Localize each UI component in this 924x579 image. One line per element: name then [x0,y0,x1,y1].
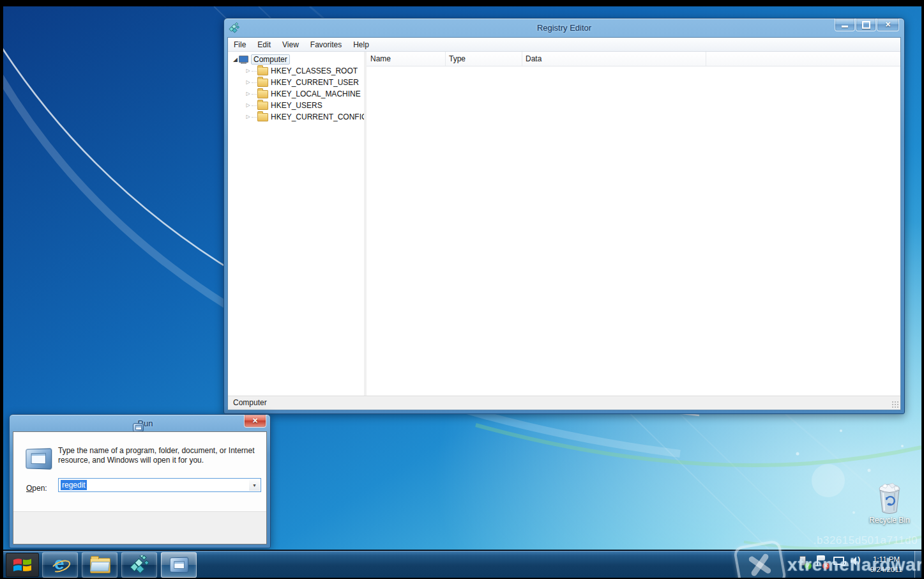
close-icon: ✕ [885,20,891,29]
folder-icon [257,113,268,121]
folder-icon [257,67,268,75]
tree-connector [252,116,257,118]
error-icon: ✕ [822,562,829,569]
folder-icon [257,102,268,110]
registry-values-pane[interactable]: Name Type Data [367,52,900,396]
resize-grip[interactable] [891,401,899,408]
folder-icon [257,79,268,87]
run-close-button[interactable]: ✕ [244,415,266,428]
tree-node-label: HKEY_CURRENT_CONFIG [271,112,365,121]
tree-node-computer[interactable]: ◢ Computer [232,54,290,65]
registry-editor-titlebar[interactable]: Registry Editor ✕ [224,19,904,37]
tree-node-hku[interactable]: ▷ HKEY_USERS [245,100,322,111]
tree-node-hkcc[interactable]: ▷ HKEY_CURRENT_CONFIG [245,111,365,123]
tree-node-label: HKEY_CURRENT_USER [271,78,359,87]
start-button[interactable] [6,553,39,577]
taskbar-clock[interactable]: 1:11 PM 9/24/2011 [865,554,907,575]
tree-connector [252,105,257,106]
menu-bar: File Edit View Favorites Help [228,38,900,52]
list-header: Name Type Data [367,52,900,66]
tree-node-label: HKEY_USERS [271,101,322,110]
system-tray: ✓ ✕ ) [796,555,863,567]
tree-expander-icon[interactable]: ▷ [245,111,252,123]
file-explorer-icon [90,558,109,572]
regedit-icon [229,22,239,33]
status-text: Computer [233,398,267,407]
registry-editor-client: File Edit View Favorites Help ◢ Computer [227,37,901,410]
tree-node-hklm[interactable]: ▷ HKEY_LOCAL_MACHINE [245,88,361,100]
run-dialog: Run ✕ Type the name of a program, folder… [9,414,271,548]
folder-icon [257,90,268,98]
registry-editor-window: Registry Editor ✕ File Edit View Favorit… [223,18,905,414]
run-dialog-icon-small [133,423,144,432]
run-client: Type the name of a program, folder, docu… [13,431,267,544]
registry-editor-body: ◢ Computer ▷ HKEY_CLASSES_ROOT ▷ [228,52,900,396]
volume-wave-icon: ) [858,555,860,564]
combobox-value: regedit [61,480,87,490]
tree-expander-icon[interactable]: ▷ [245,88,252,100]
menu-favorites[interactable]: Favorites [305,38,347,51]
desktop[interactable]: .b32615d501a711d0 Recycle Bin [3,6,921,578]
recycle-bin[interactable]: Recycle Bin [869,483,910,525]
run-description: Type the name of a program, folder, docu… [58,446,255,465]
taskbar-button-run[interactable] [161,552,197,578]
tree-connector [252,93,257,95]
tree-node-hkcu[interactable]: ▷ HKEY_CURRENT_USER [245,77,359,88]
volume-icon[interactable]: ) [850,555,863,567]
tree-connector [252,82,257,83]
run-icon [26,448,52,469]
taskbar: e [3,550,921,578]
recycle-bin-label: Recycle Bin [869,516,910,525]
action-center-flag-icon[interactable]: ✕ [814,555,827,567]
taskbar-button-file-explorer[interactable] [82,552,117,578]
menu-file[interactable]: File [228,38,252,51]
computer-icon [239,56,248,64]
tree-connector [252,70,257,72]
maximize-button[interactable] [856,19,876,31]
build-watermark: .b32615d501a711d0 [814,534,918,547]
chevron-down-icon[interactable]: ▼ [249,479,260,491]
status-bar: Computer [228,396,900,410]
menu-edit[interactable]: Edit [252,38,276,51]
tree-expander-icon[interactable]: ▷ [245,100,252,111]
open-label: Open: [26,484,47,493]
registry-tree-pane[interactable]: ◢ Computer ▷ HKEY_CLASSES_ROOT ▷ [228,52,365,396]
check-icon: ✓ [805,562,812,569]
clock-date: 9/24/2011 [865,564,907,575]
windows-flag-icon [13,557,32,573]
run-footer: OK Cancel Browse... [13,511,266,544]
window-title: Registry Editor [537,23,591,33]
usb-device-icon[interactable]: ✓ [796,555,809,567]
maximize-icon [862,21,870,29]
close-icon: ✕ [252,417,258,425]
close-button[interactable]: ✕ [877,19,899,31]
column-header-name[interactable]: Name [367,52,446,66]
taskbar-button-internet-explorer[interactable]: e [42,552,78,578]
minimize-icon [842,26,848,27]
internet-explorer-icon: e [50,555,70,575]
network-icon[interactable] [832,555,845,567]
recycle-bin-icon [875,483,904,514]
run-titlebar[interactable]: Run ✕ [10,415,270,431]
tree-expander-icon[interactable]: ◢ [232,54,239,65]
menu-help[interactable]: Help [347,38,375,51]
clock-time: 1:11 PM [865,554,907,564]
tree-node-hkcr[interactable]: ▷ HKEY_CLASSES_ROOT [245,65,358,77]
tree-node-label: HKEY_LOCAL_MACHINE [271,89,361,98]
run-window-icon [170,557,188,573]
screen: .b32615d501a711d0 Recycle Bin [0,0,924,579]
tree-node-label: HKEY_CLASSES_ROOT [271,66,358,75]
show-desktop-button[interactable] [914,551,921,578]
open-combobox[interactable]: regedit ▼ [58,478,261,492]
menu-view[interactable]: View [276,38,305,51]
column-header-data[interactable]: Data [522,52,706,66]
regedit-icon [130,555,149,575]
column-header-type[interactable]: Type [445,52,522,66]
tree-node-label: Computer [251,54,290,65]
tree-expander-icon[interactable]: ▷ [245,65,252,77]
taskbar-button-registry-editor[interactable] [121,552,157,578]
tree-expander-icon[interactable]: ▷ [245,77,252,88]
minimize-button[interactable] [835,19,855,31]
